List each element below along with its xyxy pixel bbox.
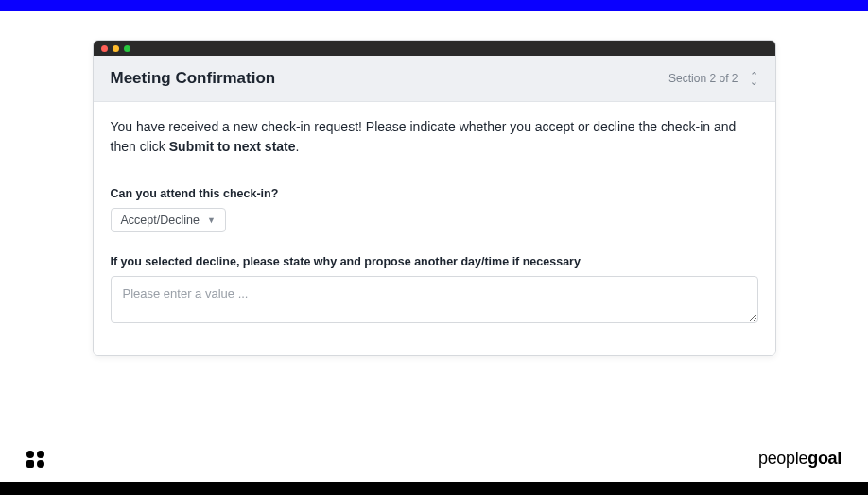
decline-reason-input[interactable] <box>111 276 758 323</box>
section-title: Meeting Confirmation <box>111 69 276 88</box>
section-counter: Section 2 of 2 <box>668 72 738 85</box>
brand-part1: people <box>758 449 807 468</box>
page-canvas: Meeting Confirmation Section 2 of 2 ⌃ ⌃ … <box>0 11 868 482</box>
attend-select[interactable]: Accept/Decline ▼ <box>111 208 226 232</box>
intro-after: . <box>296 139 300 154</box>
logo-dot <box>26 460 34 468</box>
brand-wordmark: peoplegoal <box>758 449 842 469</box>
window-minimize-icon[interactable] <box>113 45 119 52</box>
logo-dot <box>26 451 34 458</box>
decline-label: If you selected decline, please state wh… <box>111 255 758 268</box>
window-maximize-icon[interactable] <box>124 45 130 52</box>
window-close-icon[interactable] <box>101 45 108 52</box>
collapse-icon[interactable]: ⌃ ⌃ <box>750 73 758 84</box>
intro-text: You have received a new check-in request… <box>111 117 758 157</box>
section-header: Meeting Confirmation Section 2 of 2 ⌃ ⌃ <box>94 56 775 102</box>
logo-dot <box>37 451 44 458</box>
intro-bold: Submit to next state <box>169 139 296 154</box>
top-accent-bar <box>0 0 868 11</box>
brand-part2: goal <box>807 449 842 468</box>
footer-row: peoplegoal <box>0 449 868 469</box>
footer-logo-icon <box>26 451 44 468</box>
logo-dot <box>37 460 44 468</box>
attend-select-value: Accept/Decline <box>121 213 200 227</box>
caret-down-icon: ▼ <box>207 215 216 225</box>
attend-label: Can you attend this check-in? <box>111 187 758 200</box>
window-title-bar <box>94 41 775 56</box>
app-window: Meeting Confirmation Section 2 of 2 ⌃ ⌃ … <box>93 40 776 356</box>
section-body: You have received a new check-in request… <box>94 102 775 355</box>
section-header-right: Section 2 of 2 ⌃ ⌃ <box>668 72 757 85</box>
